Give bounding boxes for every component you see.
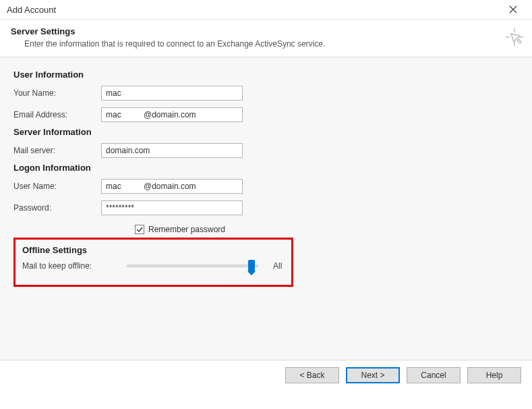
dialog-header: Server Settings Enter the information th… [0,20,532,57]
section-server-information: Server Information [13,127,519,137]
mail-offline-label: Mail to keep offline: [22,261,127,271]
row-password: Password: [13,198,519,217]
user-name-input[interactable] [101,179,243,194]
remember-password-label: Remember password [148,225,225,234]
back-button[interactable]: < Back [285,367,339,383]
mail-server-input[interactable] [101,143,243,158]
password-label: Password: [13,203,101,213]
section-offline-settings: Offline Settings [22,245,285,255]
row-mail-to-keep-offline: Mail to keep offline: All [22,259,285,273]
close-button[interactable] [500,0,527,19]
decorative-cursor-icon [505,28,524,47]
row-remember-password: Remember password [135,220,519,239]
close-icon [509,5,517,13]
dialog-body: User Information Your Name: Email Addres… [0,57,532,360]
section-user-information: User Information [13,70,519,80]
section-logon-information: Logon Information [13,163,519,173]
user-name-label: User Name: [13,182,101,191]
mail-offline-slider[interactable] [127,259,258,273]
email-address-label: Email Address: [13,110,101,119]
offline-highlight-box: Offline Settings Mail to keep offline: A… [13,238,293,287]
your-name-label: Your Name: [13,88,101,98]
checkmark-icon [136,226,143,233]
row-mail-server: Mail server: [13,141,519,160]
row-user-name: User Name: [13,177,519,196]
window-title: Add Account [7,5,56,15]
row-your-name: Your Name: [13,84,519,103]
mail-server-label: Mail server: [13,146,101,155]
dialog-footer: < Back Next > Cancel Help [0,360,532,390]
email-address-input[interactable] [101,107,243,122]
slider-thumb[interactable] [248,260,255,272]
header-title: Server Settings [11,26,521,36]
mail-offline-value: All [273,261,282,271]
title-bar: Add Account [0,0,532,20]
help-button[interactable]: Help [467,367,521,383]
next-button[interactable]: Next > [346,367,400,383]
password-input[interactable] [101,200,243,215]
remember-password-checkbox[interactable] [135,225,144,234]
cancel-button[interactable]: Cancel [407,367,461,383]
row-email-address: Email Address: [13,105,519,124]
slider-track [127,265,258,267]
header-subtitle: Enter the information that is required t… [24,39,521,49]
your-name-input[interactable] [101,86,243,101]
